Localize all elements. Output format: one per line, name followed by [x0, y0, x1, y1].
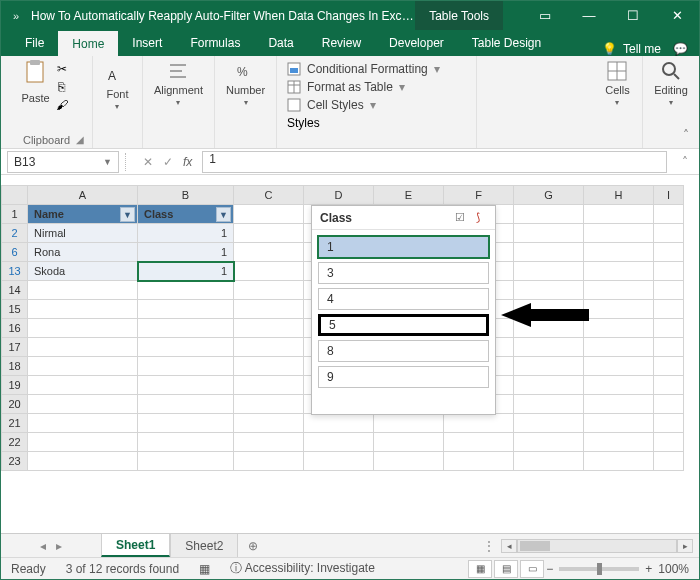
chevron-down-icon[interactable]: ▼ — [103, 157, 112, 167]
name-box[interactable]: B13 ▼ — [7, 151, 119, 173]
format-as-table-button[interactable]: Format as Table▾ — [287, 80, 466, 94]
clipboard-launcher-icon[interactable]: ◢ — [76, 134, 88, 146]
row-header[interactable]: 14 — [2, 281, 28, 300]
page-layout-view-button[interactable]: ▤ — [494, 560, 518, 578]
comments-icon[interactable]: 💬 — [661, 42, 699, 56]
tab-review[interactable]: Review — [308, 30, 375, 56]
qat-overflow-icon[interactable]: » — [1, 10, 31, 22]
row-header[interactable]: 17 — [2, 338, 28, 357]
tab-data[interactable]: Data — [254, 30, 307, 56]
row-header[interactable]: 13 — [2, 262, 28, 281]
contextual-tab-table-tools[interactable]: Table Tools — [415, 1, 503, 30]
row-header[interactable]: 6 — [2, 243, 28, 262]
row-header[interactable]: 18 — [2, 357, 28, 376]
slicer-option[interactable]: 1 — [318, 236, 489, 258]
page-break-view-button[interactable]: ▭ — [520, 560, 544, 578]
cell-class[interactable]: 1 — [138, 243, 234, 262]
filter-dropdown-icon[interactable]: ▼ — [120, 207, 135, 222]
row-header[interactable]: 15 — [2, 300, 28, 319]
column-header[interactable]: I — [654, 186, 684, 205]
column-header[interactable]: D — [304, 186, 374, 205]
sheet-tab-sheet1[interactable]: Sheet1 — [101, 534, 170, 557]
format-painter-icon[interactable]: 🖌 — [52, 96, 72, 114]
sheet-nav[interactable]: ◂▸ — [1, 539, 101, 553]
slicer-option[interactable]: 4 — [318, 288, 489, 310]
clear-filter-icon[interactable]: ⟆ — [469, 211, 487, 224]
column-header[interactable]: B — [138, 186, 234, 205]
chevron-down-icon: ▾ — [115, 102, 119, 111]
close-button[interactable]: ✕ — [655, 1, 699, 30]
cell-class[interactable]: 1 — [138, 224, 234, 243]
cell-class[interactable]: 1 — [138, 262, 234, 281]
cut-icon[interactable]: ✂ — [52, 60, 72, 78]
svg-rect-12 — [288, 99, 300, 111]
accessibility-status[interactable]: ⓘ Accessibility: Investigate — [220, 560, 385, 577]
row-header[interactable]: 1 — [2, 205, 28, 224]
zoom-in-button[interactable]: + — [645, 562, 652, 576]
new-sheet-button[interactable]: ⊕ — [238, 539, 268, 553]
cell-name[interactable]: Nirmal — [28, 224, 138, 243]
select-all-cell[interactable] — [2, 186, 28, 205]
cell-name[interactable]: Rona — [28, 243, 138, 262]
accessibility-icon: ⓘ — [230, 561, 242, 575]
row-header[interactable]: 2 — [2, 224, 28, 243]
cells-button[interactable]: Cells ▾ — [605, 60, 629, 107]
filter-dropdown-icon[interactable]: ▼ — [216, 207, 231, 222]
expand-formula-bar-icon[interactable]: ˄ — [677, 155, 693, 169]
enter-icon[interactable]: ✓ — [163, 155, 173, 169]
tab-developer[interactable]: Developer — [375, 30, 458, 56]
column-header[interactable]: G — [514, 186, 584, 205]
conditional-formatting-button[interactable]: Conditional Formatting▾ — [287, 62, 466, 76]
cancel-icon[interactable]: ✕ — [143, 155, 153, 169]
row-header[interactable]: 20 — [2, 395, 28, 414]
slicer-option[interactable]: 5 — [318, 314, 489, 336]
formula-input[interactable]: 1 — [202, 151, 667, 173]
zoom-out-button[interactable]: − — [546, 562, 553, 576]
table-header-name[interactable]: Name▼ — [28, 205, 138, 224]
tab-file[interactable]: File — [11, 30, 58, 56]
fx-icon[interactable]: fx — [183, 155, 192, 169]
status-bar: Ready 3 of 12 records found ▦ ⓘ Accessib… — [1, 557, 699, 579]
row-header[interactable]: 22 — [2, 433, 28, 452]
sheet-tab-sheet2[interactable]: Sheet2 — [170, 534, 238, 557]
slicer-class[interactable]: Class ☑ ⟆ 134589 — [311, 205, 496, 415]
tab-table-design[interactable]: Table Design — [458, 30, 555, 56]
editing-button[interactable]: Editing ▾ — [654, 60, 688, 107]
macro-record-icon[interactable]: ▦ — [189, 562, 220, 576]
cell-styles-button[interactable]: Cell Styles▾ — [287, 98, 466, 112]
column-header[interactable]: C — [234, 186, 304, 205]
slicer-option[interactable]: 3 — [318, 262, 489, 284]
horizontal-scrollbar[interactable]: ⋮ ◂ ▸ — [268, 539, 699, 553]
table-header-class[interactable]: Class▼ — [138, 205, 234, 224]
ribbon-display-options-icon[interactable]: ▭ — [523, 1, 567, 30]
normal-view-button[interactable]: ▦ — [468, 560, 492, 578]
row-header[interactable]: 19 — [2, 376, 28, 395]
cell-name[interactable]: Skoda — [28, 262, 138, 281]
tell-me-label[interactable]: Tell me — [623, 42, 661, 56]
row-header[interactable]: 21 — [2, 414, 28, 433]
row-header[interactable]: 23 — [2, 452, 28, 471]
column-header[interactable]: F — [444, 186, 514, 205]
minimize-button[interactable]: — — [567, 1, 611, 30]
font-button[interactable]: A Font ▾ — [106, 60, 128, 111]
column-header[interactable]: E — [374, 186, 444, 205]
collapse-ribbon-icon[interactable]: ˄ — [683, 128, 689, 142]
tab-home[interactable]: Home — [58, 30, 118, 56]
column-header[interactable]: A — [28, 186, 138, 205]
row-header[interactable]: 16 — [2, 319, 28, 338]
zoom-slider[interactable] — [559, 567, 639, 571]
alignment-button[interactable]: Alignment ▾ — [154, 60, 203, 107]
number-button[interactable]: % Number ▾ — [226, 60, 265, 107]
zoom-control[interactable]: − + 100% — [546, 562, 699, 576]
worksheet-grid[interactable]: ABCDEFGHI 1Name▼Class▼2Nirmal16Rona113Sk… — [1, 175, 699, 533]
multi-select-icon[interactable]: ☑ — [451, 211, 469, 224]
tab-formulas[interactable]: Formulas — [176, 30, 254, 56]
tab-insert[interactable]: Insert — [118, 30, 176, 56]
paste-button[interactable]: Paste — [21, 60, 49, 104]
zoom-level[interactable]: 100% — [658, 562, 689, 576]
slicer-option[interactable]: 9 — [318, 366, 489, 388]
copy-icon[interactable]: ⎘ — [52, 78, 72, 96]
maximize-button[interactable]: ☐ — [611, 1, 655, 30]
slicer-option[interactable]: 8 — [318, 340, 489, 362]
column-header[interactable]: H — [584, 186, 654, 205]
